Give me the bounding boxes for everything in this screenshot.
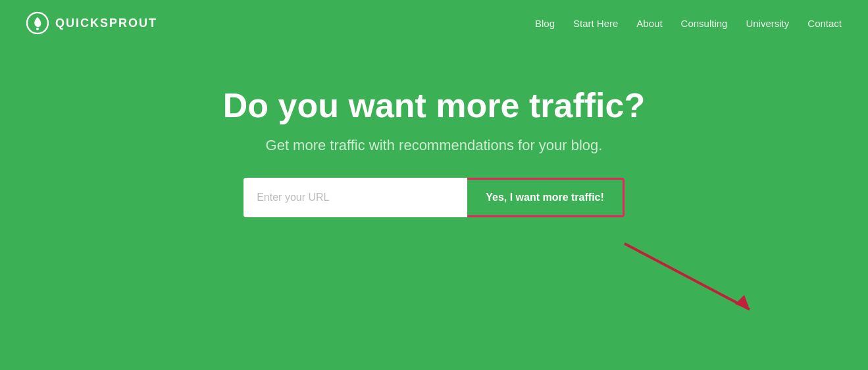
hero-section: Do you want more traffic? Get more traff… [0, 46, 868, 217]
nav-university[interactable]: University [746, 18, 789, 29]
nav-consulting[interactable]: Consulting [681, 18, 728, 29]
nav-blog[interactable]: Blog [535, 18, 555, 29]
arrow-bottom-icon [618, 230, 763, 323]
site-header: QUICKSPROUT Blog Start Here About Consul… [0, 0, 868, 46]
main-nav: Blog Start Here About Consulting Univers… [535, 18, 842, 29]
url-form: Yes, I want more traffic! [243, 178, 625, 217]
logo-area: QUICKSPROUT [26, 12, 157, 34]
hero-title: Do you want more traffic? [223, 86, 645, 125]
nav-about[interactable]: About [636, 18, 662, 29]
svg-point-1 [36, 28, 39, 30]
svg-line-2 [625, 244, 750, 309]
nav-start-here[interactable]: Start Here [573, 18, 618, 29]
nav-contact[interactable]: Contact [807, 18, 842, 29]
hero-subtitle: Get more traffic with recommendations fo… [266, 137, 603, 154]
logo-text: QUICKSPROUT [55, 16, 157, 30]
quicksprout-logo-icon [26, 12, 49, 34]
submit-button[interactable]: Yes, I want more traffic! [467, 178, 625, 217]
url-input[interactable] [243, 178, 467, 217]
hero-content: Do you want more traffic? Get more traff… [223, 86, 645, 217]
svg-marker-3 [735, 295, 750, 309]
